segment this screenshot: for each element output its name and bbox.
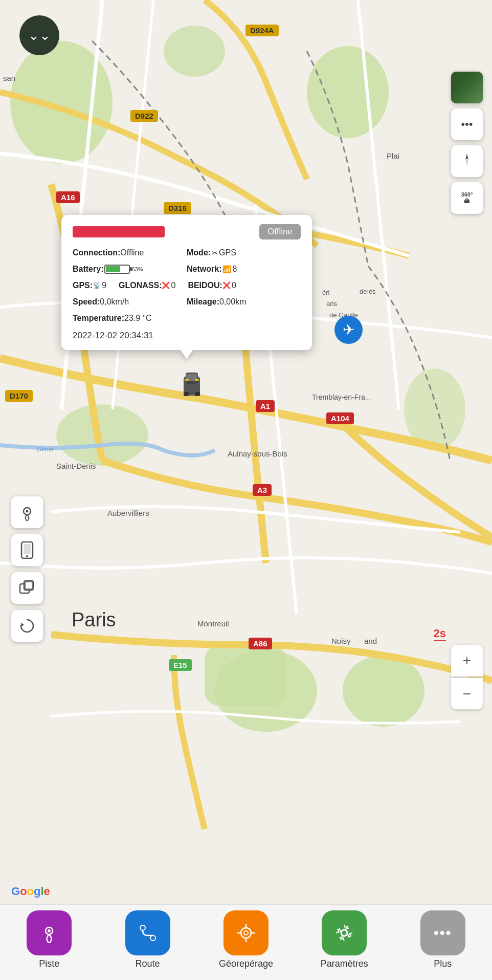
collapse-button[interactable]: ⌄⌄: [19, 15, 59, 55]
compass-button[interactable]: [451, 145, 483, 177]
georeperage-label: Géorepérage: [219, 959, 273, 969]
battery-fill: [106, 266, 120, 272]
road-badge-a3: A3: [253, 484, 272, 496]
phone-button[interactable]: [11, 534, 43, 566]
label-saint-denis: Saint-Denis: [56, 462, 96, 470]
zoom-controls: + −: [451, 645, 483, 709]
refresh-icon: [19, 618, 35, 634]
popup-col-glonass: GLONASS: ❌ 0: [119, 279, 175, 292]
google-g: G: [11, 885, 20, 898]
network-value: 8: [232, 263, 237, 275]
svg-point-18: [26, 510, 29, 513]
popup-col-network: Network: 📶 8: [187, 263, 301, 275]
svg-marker-25: [21, 623, 24, 627]
route-label: Route: [136, 959, 160, 969]
battery-bar: [104, 265, 130, 274]
popup-col-beidou: BEIDOU: ❌ 0: [188, 279, 236, 292]
beidou-icon: ❌: [222, 280, 231, 291]
label-paris: Paris: [72, 609, 116, 631]
parametres-icon: [334, 923, 354, 943]
popup-col-mileage: Mileage: 0,00km: [187, 296, 301, 308]
mode-value: GPS: [219, 247, 236, 259]
more-options-button[interactable]: •••: [451, 108, 483, 140]
parametres-icon-wrap: [322, 910, 367, 955]
road-badge-a16: A16: [56, 191, 80, 203]
glonass-value: 0: [171, 279, 175, 292]
zoom-in-button[interactable]: +: [451, 645, 483, 677]
connection-value: Offline: [120, 247, 144, 259]
label-aubervilliers: Aubervilliers: [107, 509, 149, 517]
svg-point-31: [244, 931, 248, 935]
wifi-icon: 📶: [222, 264, 231, 275]
road-badge-d316: D316: [164, 202, 191, 214]
minus-icon: −: [463, 686, 471, 702]
svg-point-5: [343, 655, 424, 727]
label-noisy: Noisy: [331, 637, 351, 645]
road-badge-d170: D170: [5, 390, 33, 402]
label-de: de: [360, 288, 367, 295]
nav-item-parametres[interactable]: Paramètres: [303, 910, 385, 969]
gps-value: 9: [102, 279, 106, 292]
car-marker: [182, 368, 200, 399]
plus-label: Plus: [434, 959, 452, 969]
popup-col-speed: Speed: 0,0km/h: [73, 296, 187, 308]
gps-label: GPS:: [73, 279, 93, 292]
popup-row-battery: Battery: 63% Network: 📶 8: [73, 263, 301, 275]
svg-point-29: [150, 935, 155, 941]
nav-item-route[interactable]: Route: [107, 910, 189, 969]
svg-marker-15: [465, 154, 468, 160]
beidou-label: BEIDOU:: [188, 279, 222, 292]
svg-point-1: [307, 46, 389, 138]
label-tremblay: Tremblay-en-Fra...: [312, 393, 371, 401]
popup-col-battery: Battery: 63%: [73, 263, 187, 275]
svg-point-2: [164, 26, 225, 77]
nav-item-piste[interactable]: Piste: [8, 910, 90, 969]
speed-label: Speed:: [73, 296, 100, 308]
georeperage-icon: [236, 923, 256, 943]
svg-rect-20: [24, 544, 31, 554]
clone-icon: [19, 580, 35, 596]
popup-row-connection: Connection: Offline Mode: ✂ GPS: [73, 247, 301, 259]
nav-item-georeperage[interactable]: Géorepérage: [205, 910, 287, 969]
road-badge-a1: A1: [256, 400, 275, 412]
google-g2: g: [34, 885, 40, 898]
route-icon-wrap: [125, 910, 170, 955]
battery-percent: 63%: [131, 265, 143, 274]
svg-point-28: [140, 925, 145, 930]
mileage-value: 0,00km: [219, 296, 246, 308]
parametres-label: Paramètres: [321, 959, 368, 969]
popup-col-mode: Mode: ✂ GPS: [187, 247, 301, 259]
svg-rect-14: [195, 379, 199, 381]
svg-rect-7: [205, 645, 286, 706]
piste-icon: [39, 923, 59, 943]
google-watermark: Google: [11, 885, 50, 898]
vehicle-info-popup: Offline Connection: Offline Mode: ✂ GPS …: [61, 215, 312, 350]
label-plai: Plai: [387, 151, 399, 160]
label-les: lés: [367, 288, 376, 295]
label-aulnay: Aulnay-sous-Bois: [228, 449, 287, 458]
svg-rect-13: [185, 379, 189, 381]
nav-item-plus[interactable]: ••• Plus: [402, 910, 484, 969]
svg-rect-12: [195, 392, 200, 396]
photo360-button[interactable]: 360°🏔: [451, 182, 483, 214]
connection-label: Connection:: [73, 247, 120, 259]
svg-marker-16: [465, 160, 468, 166]
plus-dots-icon: •••: [434, 925, 452, 941]
popup-timestamp: 2022-12-02 20:34:31: [73, 331, 301, 341]
road-badge-a86: A86: [249, 638, 272, 649]
route-icon: [138, 923, 158, 943]
map-container: D924A D922 D316 A16 D170 A1 A104 A3 A86 …: [0, 0, 492, 980]
satellite-layer-button[interactable]: [451, 72, 483, 103]
popup-col-temp: Temperature: 23.9 °C: [73, 312, 301, 324]
zoom-out-button[interactable]: −: [451, 678, 483, 709]
svg-rect-11: [184, 392, 189, 396]
clone-button[interactable]: [11, 572, 43, 604]
label-eri: éri: [322, 289, 329, 296]
refresh-button[interactable]: [11, 610, 43, 642]
glonass-label: GLONASS:: [119, 279, 162, 292]
left-button-group: [11, 496, 43, 642]
svg-point-37: [341, 930, 347, 936]
popup-row-temp: Temperature: 23.9 °C: [73, 312, 301, 324]
road-badge-d922: D922: [130, 110, 158, 122]
geofence-button[interactable]: [11, 496, 43, 528]
